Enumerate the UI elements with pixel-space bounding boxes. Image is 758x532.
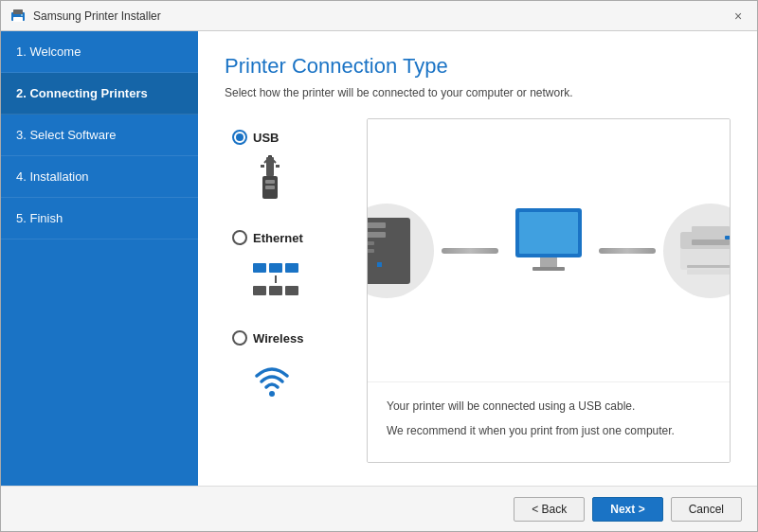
option-ethernet-label: Ethernet	[253, 231, 303, 245]
svg-rect-14	[367, 232, 386, 238]
installer-window: Samsung Printer Installer × 1. Welcome 2…	[0, 0, 758, 532]
usb-icon	[253, 155, 287, 203]
svg-rect-19	[519, 212, 578, 254]
svg-rect-10	[276, 165, 280, 168]
svg-rect-17	[377, 262, 382, 267]
cancel-button[interactable]: Cancel	[671, 497, 742, 522]
titlebar: Samsung Printer Installer ×	[1, 1, 757, 31]
svg-rect-9	[261, 165, 264, 168]
radio-ethernet[interactable]	[232, 230, 247, 245]
titlebar-title: Samsung Printer Installer	[33, 9, 161, 23]
svg-rect-24	[692, 239, 730, 245]
right-circle	[663, 204, 731, 298]
svg-rect-21	[532, 267, 565, 271]
back-button[interactable]: < Back	[514, 497, 585, 522]
sidebar-item-connecting[interactable]: 2. Connecting Printers	[1, 73, 198, 115]
radio-usb[interactable]	[232, 130, 247, 145]
svg-rect-7	[265, 186, 275, 189]
close-button[interactable]: ×	[727, 5, 749, 27]
titlebar-left: Samsung Printer Installer	[9, 7, 161, 26]
preview-panel: Your printer will be connected using a U…	[367, 118, 731, 463]
svg-rect-1	[13, 9, 23, 14]
svg-point-3	[21, 14, 23, 16]
page-title: Printer Connection Type	[225, 54, 731, 79]
svg-rect-6	[265, 180, 275, 184]
description-line1: Your printer will be connected using a U…	[387, 398, 711, 415]
main-content: 1. Welcome 2. Connecting Printers 3. Sel…	[1, 31, 757, 486]
connection-layout: USB	[225, 118, 731, 463]
usb-illustration	[367, 204, 731, 298]
svg-rect-26	[687, 270, 731, 275]
svg-rect-25	[687, 265, 731, 268]
preview-description: Your printer will be connected using a U…	[368, 382, 730, 462]
content-area: Printer Connection Type Select how the p…	[198, 31, 757, 486]
radio-wireless[interactable]	[232, 330, 247, 346]
computer-svg	[506, 204, 591, 298]
ethernet-icon	[253, 263, 298, 295]
svg-rect-16	[367, 249, 374, 253]
preview-image-area	[368, 119, 730, 382]
svg-point-11	[269, 391, 275, 397]
left-circle	[367, 204, 434, 298]
option-usb[interactable]: USB	[225, 118, 367, 219]
sidebar-item-welcome[interactable]: 1. Welcome	[1, 31, 198, 73]
page-subtitle: Select how the printer will be connected…	[225, 86, 731, 99]
description-line2: We recommend it when you print from just…	[387, 422, 711, 439]
usb-cable-2	[599, 248, 656, 254]
option-ethernet[interactable]: Ethernet	[225, 219, 367, 319]
svg-rect-15	[367, 241, 374, 245]
sidebar-item-software[interactable]: 3. Select Software	[1, 115, 198, 156]
svg-rect-28	[692, 226, 730, 234]
option-wireless[interactable]: Wireless	[225, 319, 367, 419]
footer: < Back Next > Cancel	[1, 486, 757, 531]
wifi-icon	[253, 363, 291, 397]
sidebar-item-finish[interactable]: 5. Finish	[1, 198, 198, 239]
sidebar-item-installation[interactable]: 4. Installation	[1, 156, 198, 198]
svg-rect-20	[540, 257, 557, 267]
app-icon	[9, 7, 27, 26]
svg-rect-2	[13, 17, 23, 22]
svg-rect-13	[367, 222, 386, 228]
option-wireless-label: Wireless	[253, 331, 303, 346]
svg-rect-27	[725, 236, 731, 239]
sidebar: 1. Welcome 2. Connecting Printers 3. Sel…	[1, 31, 198, 486]
next-button[interactable]: Next >	[592, 497, 662, 522]
option-usb-label: USB	[253, 131, 279, 145]
options-panel: USB	[225, 118, 367, 463]
usb-cable	[442, 248, 498, 254]
